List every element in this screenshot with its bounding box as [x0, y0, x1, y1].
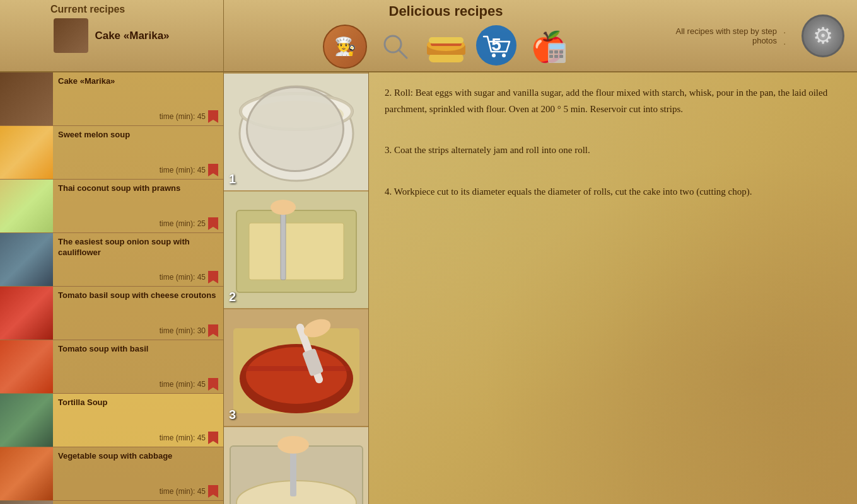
svg-rect-17 [549, 55, 553, 58]
recipe-item-6[interactable]: Tomato soup with basiltime (min): 45 [0, 340, 223, 394]
recipe-name-4: The easiest soup onion soup with caulifl… [58, 237, 218, 258]
recipe-thumb-6 [0, 340, 53, 393]
recipe-item-1[interactable]: Cake «Marika»time (min): 45 [0, 72, 223, 126]
header-left-title: Current recipes [50, 4, 125, 15]
step-1-container: 1 [224, 74, 368, 190]
bookmark-icon-6[interactable] [208, 378, 218, 391]
step-3-number: 3 [229, 408, 236, 422]
svg-rect-14 [549, 50, 553, 54]
recipe-list-container: Cake «Marika»time (min): 45Sweet melon s… [0, 72, 223, 504]
svg-point-10 [502, 54, 506, 57]
recipe-time-4: time (min): 45 [160, 273, 206, 282]
app-title: Delicious recipes [389, 3, 503, 20]
recipe-time-6: time (min): 45 [160, 380, 206, 389]
recipe-time-row-1: time (min): 45 [58, 110, 218, 123]
step-3-container: 3 [224, 309, 368, 426]
step-4-image[interactable] [224, 427, 369, 504]
bookmark-icon-5[interactable] [208, 324, 218, 337]
svg-rect-15 [554, 50, 558, 54]
recipe-list: Cake «Marika»time (min): 45Sweet melon s… [0, 72, 224, 504]
recipe-item-8[interactable]: Vegetable soup with cabbagetime (min): 4… [0, 447, 223, 501]
recipe-item-7[interactable]: Tortilla Souptime (min): 45 [0, 394, 223, 447]
sandwich-icon [426, 28, 467, 65]
recipe-info-3: Thai coconut soup with prawnstime (min):… [53, 180, 223, 232]
step-2-container: 2 [224, 192, 368, 308]
recipe-info-9: buckwheat souptime (min): 45 [53, 501, 223, 504]
recipe-name-3: Thai coconut soup with prawns [58, 183, 218, 194]
chef-button[interactable]: 👨‍🍳 [323, 25, 367, 69]
recipe-time-row-6: time (min): 45 [58, 378, 218, 391]
svg-point-29 [271, 200, 296, 215]
recipe-item-5[interactable]: Tomato basil soup with cheese croutonsti… [0, 287, 223, 340]
recipe-time-row-3: time (min): 25 [58, 217, 218, 230]
recipe-time-7: time (min): 45 [160, 433, 206, 442]
header-right-section: All recipes with step by step photos . .… [668, 0, 857, 71]
recipe-time-1: time (min): 45 [160, 112, 206, 121]
recipe-time-row-5: time (min): 30 [58, 324, 218, 337]
svg-rect-27 [249, 223, 344, 280]
recipe-name-8: Vegetable soup with cabbage [58, 451, 218, 462]
step-3-image[interactable] [224, 309, 369, 426]
current-recipe-name: Cake «Marika» [95, 30, 169, 42]
cart-button[interactable]: 5 [474, 25, 518, 69]
bookmark-icon-8[interactable] [208, 485, 218, 498]
recipe-info-4: The easiest soup onion soup with caulifl… [53, 233, 223, 286]
svg-line-1 [399, 50, 407, 58]
apple-calculator-icon: 🍎 [525, 24, 568, 69]
svg-point-24 [241, 94, 352, 129]
bookmark-icon-7[interactable] [208, 432, 218, 444]
svg-rect-34 [243, 366, 350, 371]
recipe-info-6: Tomato soup with basiltime (min): 45 [53, 340, 223, 393]
recipe-time-row-4: time (min): 45 [58, 271, 218, 284]
recipe-thumb-5 [0, 287, 53, 340]
recipe-time-row-7: time (min): 45 [58, 432, 218, 444]
step-images-panel: 1 2 [224, 72, 369, 504]
cart-icon: 5 [475, 24, 518, 69]
bookmark-icon-4[interactable] [208, 271, 218, 284]
recipe-time-8: time (min): 45 [160, 487, 206, 496]
gear-icon: ⚙ [802, 14, 844, 57]
recipe-name-2: Sweet melon soup [58, 130, 218, 140]
header-left-section: Cake «Marika» Current recipes [0, 0, 224, 71]
svg-rect-16 [559, 50, 563, 54]
current-recipe-thumb [54, 18, 88, 53]
svg-rect-2 [429, 54, 463, 62]
settings-button[interactable]: ⚙ [802, 14, 844, 57]
bookmark-icon-1[interactable] [208, 110, 218, 123]
header: Cake «Marika» Current recipes Delicious … [0, 0, 857, 72]
recipe-name-7: Tortilla Soup [58, 398, 218, 408]
svg-rect-19 [559, 55, 563, 58]
recipe-thumb-4 [0, 233, 53, 286]
svg-point-33 [246, 347, 347, 404]
step-1-image[interactable] [224, 74, 369, 190]
recipe-thumb-7 [0, 394, 53, 447]
svg-point-9 [492, 54, 496, 57]
recipe-thumb-2 [0, 126, 53, 179]
recipe-text-panel: 2. Roll: Beat eggs with sugar and vanill… [369, 72, 857, 504]
recipe-time-3: time (min): 25 [160, 219, 206, 228]
recipe-item-2[interactable]: Sweet melon souptime (min): 45 [0, 126, 223, 180]
svg-rect-6 [429, 37, 463, 43]
recipe-item-9[interactable]: buckwheat souptime (min): 45 [0, 501, 223, 504]
search-button[interactable] [373, 25, 417, 69]
apple-calculator-button[interactable]: 🍎 [525, 25, 569, 69]
bookmark-icon-2[interactable] [208, 164, 218, 176]
bookmark-icon-3[interactable] [208, 217, 218, 230]
dots-decoration: . . [783, 25, 795, 47]
step-2-number: 2 [229, 290, 236, 304]
svg-point-42 [277, 436, 309, 454]
step-4-text: 4. Workpiece cut to its diameter equals … [385, 184, 841, 200]
step-4-container: 4 [224, 427, 368, 504]
header-center-section: Delicious recipes 👨‍🍳 [224, 0, 668, 71]
recipe-item-4[interactable]: The easiest soup onion soup with caulifl… [0, 233, 223, 287]
header-icon-bar: 👨‍🍳 [323, 25, 569, 69]
recipe-name-5: Tomato basil soup with cheese croutons [58, 290, 218, 301]
recipe-name-1: Cake «Marika» [58, 76, 218, 87]
recipe-item-3[interactable]: Thai coconut soup with prawnstime (min):… [0, 180, 223, 233]
sandwich-button[interactable] [424, 25, 468, 69]
svg-rect-28 [281, 204, 286, 280]
search-icon [382, 33, 409, 60]
recipe-time-5: time (min): 30 [160, 326, 206, 335]
step-2-image[interactable] [224, 192, 369, 308]
svg-rect-18 [554, 55, 558, 58]
